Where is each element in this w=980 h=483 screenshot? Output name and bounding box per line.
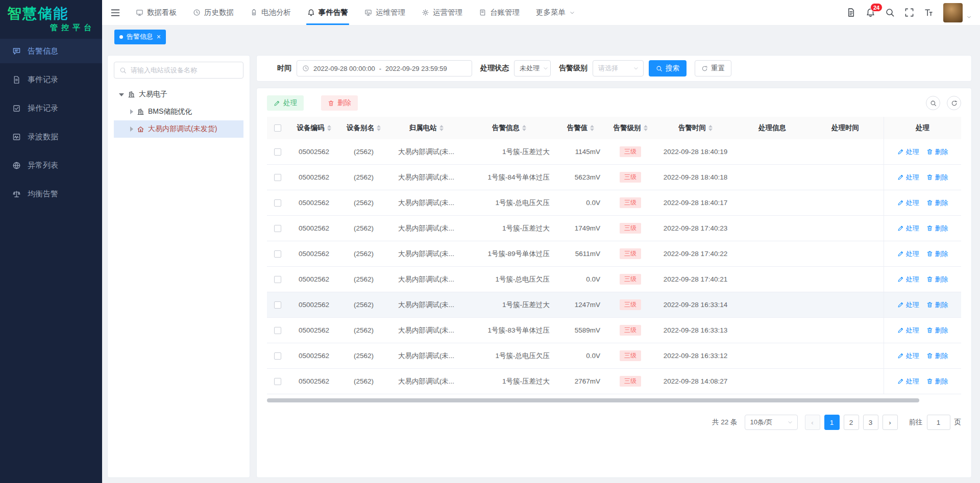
- avatar-caret-icon[interactable]: [966, 14, 972, 20]
- tree-caret-icon[interactable]: [130, 109, 133, 114]
- row-process-link[interactable]: 处理: [897, 326, 919, 335]
- top-nav-item[interactable]: 运营管理: [413, 0, 471, 25]
- row-process-link[interactable]: 处理: [897, 300, 919, 310]
- row-checkbox[interactable]: [274, 225, 281, 232]
- page-button[interactable]: 3: [863, 415, 878, 430]
- row-checkbox[interactable]: [274, 199, 281, 207]
- row-process-link[interactable]: 处理: [897, 224, 919, 233]
- top-nav-item[interactable]: 电池分析: [242, 0, 299, 25]
- row-checkbox[interactable]: [274, 352, 281, 360]
- zoom-tool-button[interactable]: [926, 96, 940, 110]
- row-delete-link[interactable]: 删除: [926, 326, 948, 335]
- top-nav-item[interactable]: 数据看板: [128, 0, 185, 25]
- reset-button[interactable]: 重置: [695, 60, 731, 77]
- notifications-button[interactable]: 24: [866, 8, 875, 17]
- pagination-total: 共 22 条: [712, 418, 738, 427]
- top-nav-item[interactable]: 运维管理: [356, 0, 413, 25]
- document-icon[interactable]: [846, 8, 856, 17]
- horizontal-scrollbar: [267, 398, 961, 402]
- row-process-link[interactable]: 处理: [897, 377, 919, 386]
- fullscreen-icon[interactable]: [904, 8, 914, 17]
- avatar[interactable]: [943, 3, 963, 22]
- top-nav-item[interactable]: 更多菜单: [528, 0, 583, 25]
- row-process-link[interactable]: 处理: [897, 198, 919, 208]
- sidebar-item[interactable]: 操作记录: [0, 96, 102, 120]
- font-size-icon[interactable]: [924, 8, 934, 17]
- refresh-tool-button[interactable]: [947, 96, 961, 110]
- tree-node[interactable]: BMS储能优化: [114, 103, 243, 120]
- header-station[interactable]: 归属电站: [388, 117, 464, 139]
- row-delete-link[interactable]: 删除: [926, 275, 948, 284]
- row-checkbox[interactable]: [274, 327, 281, 334]
- sort-icon[interactable]: [522, 125, 526, 131]
- row-delete-link[interactable]: 删除: [926, 351, 948, 361]
- sort-icon[interactable]: [644, 125, 648, 131]
- row-process-link[interactable]: 处理: [897, 351, 919, 361]
- scrollbar-thumb[interactable]: [267, 398, 919, 402]
- sidebar-item[interactable]: 事件记录: [0, 67, 102, 92]
- sidebar-item[interactable]: 告警信息: [0, 39, 102, 63]
- tab-close-icon[interactable]: ×: [157, 33, 161, 40]
- sort-icon[interactable]: [327, 125, 331, 131]
- page-size-select[interactable]: 10条/页: [745, 415, 798, 430]
- row-checkbox[interactable]: [274, 174, 281, 181]
- tree-caret-icon[interactable]: [130, 126, 133, 132]
- sort-icon[interactable]: [439, 125, 444, 131]
- header-alarm-value[interactable]: 告警值: [554, 117, 607, 139]
- sidebar-item[interactable]: 录波数据: [0, 124, 102, 149]
- header-alarm-level[interactable]: 告警级别: [607, 117, 653, 139]
- tree-node[interactable]: 大易内部调试(未发货): [114, 120, 243, 138]
- top-nav-item[interactable]: 历史数据: [185, 0, 242, 25]
- row-delete-link[interactable]: 删除: [926, 377, 948, 386]
- row-checkbox[interactable]: [274, 250, 281, 258]
- header-actions: 处理: [884, 117, 961, 139]
- top-nav-item[interactable]: 事件告警: [299, 0, 356, 25]
- header-alarm-time[interactable]: 告警时间: [653, 117, 738, 139]
- row-delete-link[interactable]: 删除: [926, 147, 948, 157]
- row-checkbox[interactable]: [274, 301, 281, 309]
- tree-node[interactable]: 大易电子: [114, 86, 243, 103]
- header-device-alias[interactable]: 设备别名: [339, 117, 388, 139]
- batch-process-button[interactable]: 处理: [267, 95, 304, 111]
- exception-list-icon: [12, 161, 21, 170]
- page-button[interactable]: 2: [844, 415, 859, 430]
- page-button[interactable]: 1: [824, 415, 840, 430]
- row-process-link[interactable]: 处理: [897, 249, 919, 259]
- tree-search-input[interactable]: [131, 66, 238, 74]
- tree-caret-icon[interactable]: [119, 93, 124, 96]
- header-alarm-info[interactable]: 告警信息: [464, 117, 554, 139]
- sort-icon[interactable]: [590, 125, 594, 131]
- prev-page-button[interactable]: ‹: [805, 415, 820, 430]
- tab-alarm-info[interactable]: 告警信息 ×: [114, 30, 166, 44]
- batch-delete-button[interactable]: 删除: [321, 95, 358, 111]
- cell-process-time: [807, 292, 884, 317]
- sort-icon[interactable]: [708, 125, 713, 131]
- date-range-picker[interactable]: 2022-09-28 00:00:00 - 2022-09-29 23:59:5…: [297, 60, 472, 77]
- sort-icon[interactable]: [377, 125, 381, 131]
- row-process-link[interactable]: 处理: [897, 147, 919, 157]
- row-delete-link[interactable]: 删除: [926, 173, 948, 182]
- cell-alarm-time: 2022-09-28 18:40:19: [653, 139, 738, 164]
- row-checkbox[interactable]: [274, 276, 281, 283]
- row-checkbox[interactable]: [274, 148, 281, 156]
- row-process-link[interactable]: 处理: [897, 173, 919, 182]
- header-device-code[interactable]: 设备编码: [288, 117, 339, 139]
- row-delete-link[interactable]: 删除: [926, 224, 948, 233]
- next-page-button[interactable]: ›: [883, 415, 898, 430]
- select-all-checkbox[interactable]: [274, 124, 281, 132]
- row-process-link[interactable]: 处理: [897, 275, 919, 284]
- row-delete-link[interactable]: 删除: [926, 300, 948, 310]
- status-select[interactable]: 未处理: [514, 60, 551, 77]
- cell-process-info: [738, 216, 807, 241]
- sidebar-item[interactable]: 异常列表: [0, 153, 102, 177]
- goto-page-input[interactable]: [927, 415, 950, 430]
- row-delete-link[interactable]: 删除: [926, 249, 948, 259]
- row-delete-link[interactable]: 删除: [926, 198, 948, 208]
- sidebar-item[interactable]: 均衡告警: [0, 182, 102, 206]
- top-nav-item[interactable]: 台账管理: [471, 0, 528, 25]
- row-checkbox[interactable]: [274, 378, 281, 385]
- level-select[interactable]: 请选择: [593, 60, 644, 77]
- search-icon[interactable]: [885, 8, 895, 17]
- menu-fold-icon[interactable]: [110, 8, 120, 18]
- search-button[interactable]: 搜索: [649, 60, 687, 77]
